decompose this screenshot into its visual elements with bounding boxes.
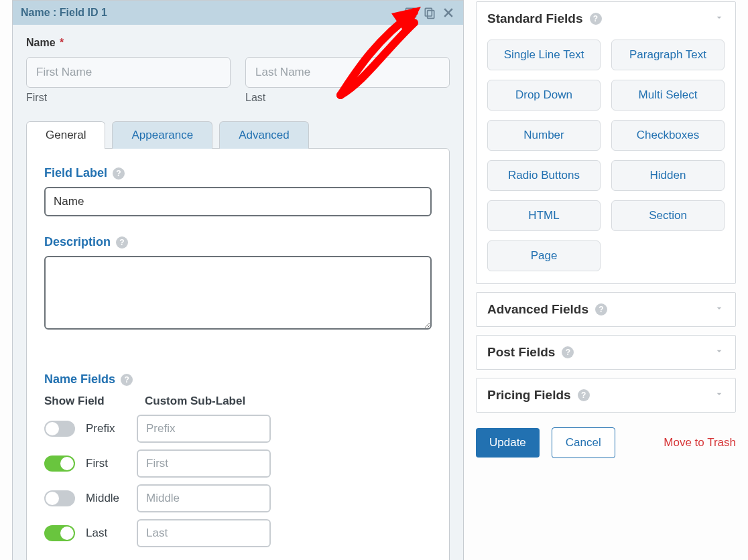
chevron-down-icon[interactable]: [714, 388, 725, 403]
field-header[interactable]: Name : Field ID 1: [13, 1, 463, 25]
settings-tabs: General Appearance Advanced: [26, 121, 450, 149]
help-icon[interactable]: ?: [562, 346, 574, 358]
tab-general[interactable]: General: [26, 121, 105, 149]
field-type-button[interactable]: Single Line Text: [487, 40, 601, 70]
row-label: First: [86, 457, 126, 470]
name-field-row-last: Last: [44, 519, 432, 547]
sublabel-input-first[interactable]: [137, 449, 271, 478]
chevron-down-icon[interactable]: [714, 11, 725, 26]
update-button[interactable]: Update: [476, 428, 540, 458]
help-icon[interactable]: ?: [595, 303, 607, 316]
help-icon[interactable]: ?: [578, 389, 590, 401]
last-name-input[interactable]: [245, 57, 450, 88]
field-preview-label: Name *: [26, 37, 450, 49]
standard-fields-grid: Single Line TextParagraph TextDrop DownM…: [487, 40, 725, 271]
help-icon[interactable]: ?: [116, 236, 128, 249]
help-icon[interactable]: ?: [113, 167, 125, 180]
panel-pricing-fields-header[interactable]: Pricing Fields ?: [477, 378, 735, 412]
row-label: Middle: [86, 492, 126, 505]
panel-advanced-fields-header[interactable]: Advanced Fields ?: [477, 293, 735, 326]
tab-panel-general: Field Label ? Description ? Name Fields …: [26, 148, 450, 560]
toggle-first[interactable]: [44, 456, 75, 472]
panel-post-fields-header[interactable]: Post Fields ?: [477, 336, 735, 369]
form-actions: Update Cancel Move to Trash: [476, 427, 736, 458]
panel-title: Pricing Fields: [487, 388, 571, 403]
field-label-heading: Field Label: [44, 166, 107, 180]
cancel-button[interactable]: Cancel: [552, 427, 615, 458]
field-type-button[interactable]: Checkboxes: [611, 120, 725, 151]
col-show-field: Show Field: [44, 395, 125, 408]
field-type-button[interactable]: HTML: [487, 200, 601, 231]
description-heading: Description: [44, 235, 111, 249]
row-label: Prefix: [86, 422, 126, 435]
field-type-button[interactable]: Paragraph Text: [611, 40, 725, 70]
tab-appearance[interactable]: Appearance: [112, 121, 212, 149]
svg-rect-1: [425, 8, 432, 16]
tab-advanced[interactable]: Advanced: [219, 121, 309, 149]
name-field-row-middle: Middle: [44, 484, 432, 512]
col-custom-sublabel: Custom Sub-Label: [145, 395, 245, 408]
last-name-sublabel: Last: [245, 92, 450, 104]
chevron-down-icon[interactable]: [714, 345, 725, 360]
toggle-last[interactable]: [44, 525, 75, 541]
field-type-button[interactable]: Hidden: [611, 160, 725, 191]
chevron-down-icon[interactable]: [714, 302, 725, 317]
name-fields-heading: Name Fields: [44, 372, 115, 387]
sublabel-input-prefix[interactable]: [137, 415, 271, 443]
field-type-button[interactable]: Radio Buttons: [487, 160, 601, 191]
panel-post-fields: Post Fields ?: [476, 335, 736, 370]
field-type-button[interactable]: Section: [611, 200, 725, 231]
field-preview-label-text: Name: [26, 37, 56, 48]
first-name-input[interactable]: [26, 57, 231, 88]
field-type-button[interactable]: Number: [487, 120, 601, 151]
panel-standard-fields: Standard Fields ? Single Line TextParagr…: [476, 1, 736, 284]
panel-standard-fields-header[interactable]: Standard Fields ?: [477, 2, 735, 36]
first-name-sublabel: First: [26, 92, 231, 104]
panel-title: Post Fields: [487, 345, 555, 360]
field-type-button[interactable]: Page: [487, 240, 601, 271]
move-to-trash-link[interactable]: Move to Trash: [664, 436, 736, 449]
description-input[interactable]: [44, 256, 432, 330]
collapse-icon[interactable]: [404, 6, 418, 19]
toggle-middle[interactable]: [44, 490, 75, 506]
field-type-button[interactable]: Multi Select: [611, 80, 725, 111]
panel-advanced-fields: Advanced Fields ?: [476, 292, 736, 327]
sublabel-input-last[interactable]: [137, 519, 271, 547]
row-label: Last: [86, 527, 126, 540]
field-label-input[interactable]: [44, 187, 432, 216]
svg-rect-2: [428, 11, 434, 19]
name-fields-rows: PrefixFirstMiddleLast: [44, 415, 432, 547]
help-icon[interactable]: ?: [590, 13, 602, 25]
sublabel-input-middle[interactable]: [137, 484, 271, 512]
panel-pricing-fields: Pricing Fields ?: [476, 378, 736, 413]
help-icon[interactable]: ?: [121, 374, 133, 386]
field-card: Name : Field ID 1: [12, 0, 464, 560]
duplicate-icon[interactable]: [423, 6, 436, 19]
field-type-button[interactable]: Drop Down: [487, 80, 601, 111]
panel-title: Advanced Fields: [487, 302, 588, 317]
close-icon[interactable]: [442, 6, 455, 19]
required-asterisk: *: [60, 37, 64, 48]
toggle-prefix[interactable]: [44, 421, 75, 437]
name-field-row-prefix: Prefix: [44, 415, 432, 443]
field-header-title: Name : Field ID 1: [21, 7, 107, 19]
name-field-row-first: First: [44, 449, 432, 478]
panel-title: Standard Fields: [487, 11, 583, 26]
